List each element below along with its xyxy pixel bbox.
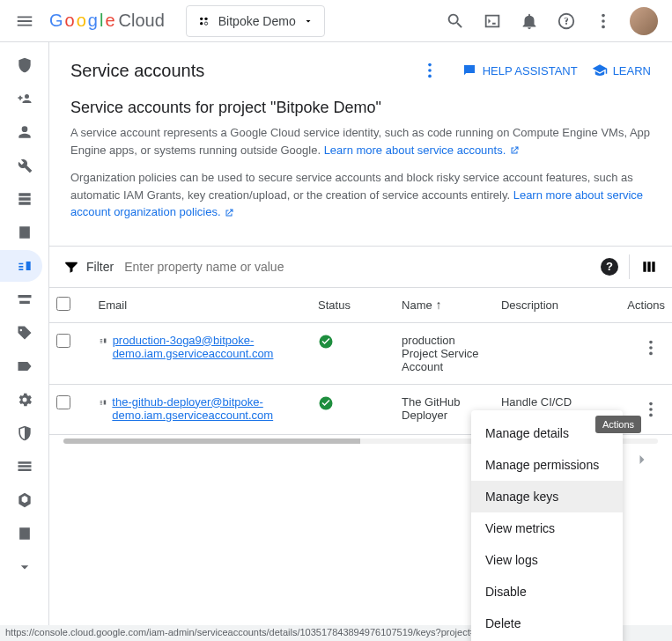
svg-point-5: [602, 19, 605, 23]
page-title: Service accounts: [70, 61, 204, 81]
service-account-icon: [99, 395, 107, 409]
cloud-shell-icon[interactable]: [475, 4, 510, 39]
select-all-checkbox[interactable]: [56, 297, 70, 311]
row-desc: [494, 322, 609, 384]
user-avatar[interactable]: [630, 7, 658, 35]
col-status[interactable]: Status: [311, 288, 395, 323]
nav-audit-icon[interactable]: [0, 451, 42, 483]
nav-groups-icon[interactable]: [0, 518, 42, 549]
nav-essential-icon[interactable]: [0, 484, 42, 516]
svg-point-8: [428, 69, 432, 72]
row-email-link[interactable]: production-3oga9@bitpoke-demo.iam.gservi…: [113, 334, 304, 360]
filter-help-icon[interactable]: ?: [601, 258, 618, 276]
col-desc[interactable]: Description: [494, 288, 609, 323]
actions-tooltip: Actions: [595, 416, 641, 433]
side-nav: [0, 42, 49, 625]
notifications-icon[interactable]: [512, 4, 547, 39]
menu-view-metrics[interactable]: View metrics: [471, 512, 623, 544]
svg-point-17: [649, 413, 653, 416]
filter-input[interactable]: [124, 260, 590, 274]
col-name[interactable]: Name ↑: [395, 288, 494, 323]
nav-workload-icon[interactable]: [0, 284, 42, 315]
svg-point-1: [204, 17, 207, 19]
row-checkbox[interactable]: [56, 395, 70, 409]
next-page-icon[interactable]: [633, 451, 651, 468]
chevron-down-icon: [303, 16, 314, 26]
table-row: production-3oga9@bitpoke-demo.iam.gservi…: [49, 322, 672, 384]
row-actions-menu: Manage details Manage permissions Manage…: [471, 410, 623, 641]
nav-iam-icon[interactable]: [0, 49, 42, 81]
nav-identity-icon[interactable]: [0, 83, 42, 114]
col-actions: Actions: [609, 288, 672, 323]
menu-manage-keys[interactable]: Manage keys: [471, 481, 623, 512]
nav-service-accounts-icon[interactable]: [0, 250, 42, 282]
menu-delete[interactable]: Delete: [471, 608, 623, 639]
svg-point-15: [649, 402, 653, 405]
nav-quota-icon[interactable]: [0, 183, 42, 215]
nav-org-icon[interactable]: [0, 217, 42, 248]
svg-point-9: [428, 75, 432, 78]
svg-point-7: [428, 63, 432, 67]
svg-point-13: [649, 351, 653, 355]
row-name: production Project Service Account: [395, 322, 494, 384]
nav-person-icon[interactable]: [0, 116, 42, 148]
status-enabled-icon: [318, 334, 334, 350]
nav-tag-icon[interactable]: [0, 317, 42, 349]
svg-point-3: [204, 22, 207, 25]
filter-label[interactable]: Filter: [63, 259, 114, 275]
menu-disable[interactable]: Disable: [471, 576, 623, 608]
svg-point-11: [649, 340, 653, 343]
svg-point-0: [200, 17, 203, 19]
svg-point-2: [200, 22, 203, 25]
sort-ascending-icon: ↑: [435, 298, 441, 312]
row-actions-button[interactable]: [637, 334, 665, 362]
learn-more-sa-link[interactable]: Learn more about service accounts.: [324, 144, 520, 157]
search-icon[interactable]: [438, 4, 473, 39]
row-checkbox[interactable]: [56, 334, 70, 348]
project-name: Bitpoke Demo: [218, 14, 296, 28]
menu-view-logs[interactable]: View logs: [471, 544, 623, 576]
external-link-icon: [509, 145, 520, 156]
project-selector[interactable]: Bitpoke Demo: [186, 5, 325, 37]
menu-manage-permissions[interactable]: Manage permissions: [471, 449, 623, 481]
hamburger-menu-icon[interactable]: [7, 4, 42, 39]
section-title: Service accounts for project "Bitpoke De…: [70, 99, 651, 117]
nav-label-icon[interactable]: [0, 350, 42, 382]
column-select-icon[interactable]: [640, 258, 658, 276]
logo-suffix: Cloud: [119, 11, 165, 31]
intro-p2: Organization policies can be used to sec…: [70, 169, 651, 221]
graduation-icon: [592, 63, 608, 78]
svg-point-6: [602, 25, 605, 28]
more-vert-icon[interactable]: [586, 4, 621, 39]
topbar: Google Cloud Bitpoke Demo: [0, 0, 672, 42]
svg-point-16: [649, 408, 653, 411]
filter-bar: Filter ?: [49, 246, 672, 288]
intro-p1: A service account represents a Google Cl…: [70, 124, 651, 158]
nav-privacy-icon[interactable]: [0, 417, 42, 449]
row-email-link[interactable]: the-github-deployer@bitpoke-demo.iam.gse…: [112, 395, 304, 422]
col-email[interactable]: Email: [92, 288, 312, 323]
nav-settings-icon[interactable]: [0, 384, 42, 416]
google-cloud-logo[interactable]: Google Cloud: [49, 11, 165, 31]
nav-more-icon[interactable]: [0, 551, 42, 583]
chat-icon: [462, 63, 477, 78]
status-enabled-icon: [318, 395, 334, 411]
service-account-icon: [99, 334, 107, 348]
learn-button[interactable]: LEARN: [592, 63, 651, 78]
svg-point-4: [602, 13, 605, 17]
help-assistant-button[interactable]: HELP ASSISTANT: [462, 63, 578, 78]
header-more-icon[interactable]: [412, 53, 447, 88]
filter-icon: [63, 259, 79, 275]
external-link-icon: [224, 208, 234, 218]
nav-wrench-icon[interactable]: [0, 150, 42, 181]
svg-point-12: [649, 346, 653, 350]
help-icon[interactable]: [549, 4, 584, 39]
